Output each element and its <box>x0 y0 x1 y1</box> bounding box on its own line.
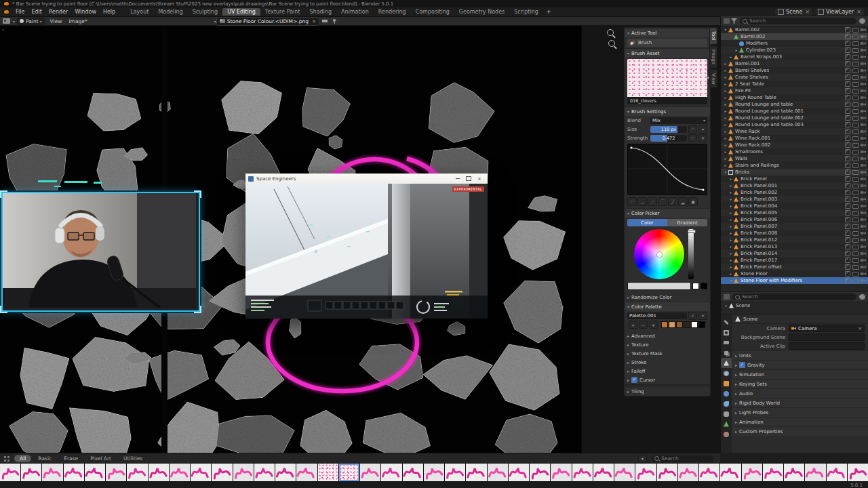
panel-active-tool[interactable]: ▾Active Tool <box>625 28 710 37</box>
hide-viewport-toggle[interactable] <box>852 231 859 236</box>
selectable-toggle[interactable] <box>845 68 850 73</box>
selectable-toggle[interactable] <box>845 163 850 168</box>
expand-icon[interactable]: ▸ <box>728 265 734 269</box>
expand-icon[interactable]: ▸ <box>723 96 728 100</box>
panel-texture-mask[interactable]: ▸Texture Mask <box>625 349 710 358</box>
hide-viewport-toggle[interactable] <box>852 150 859 155</box>
expand-icon[interactable]: ▸ <box>728 272 734 276</box>
workspace-tab-uv-editing[interactable]: UV Editing <box>222 8 260 16</box>
properties-tab-render[interactable] <box>721 327 732 338</box>
brush-asset-thumbnail[interactable] <box>627 59 707 97</box>
hide-viewport-toggle[interactable] <box>852 258 859 263</box>
hide-viewport-toggle[interactable] <box>852 129 859 134</box>
workspace-tab-sculpting[interactable]: Sculpting <box>188 8 222 16</box>
workspace-tab-layout[interactable]: Layout <box>125 8 153 16</box>
current-color-swatch[interactable] <box>627 282 691 290</box>
workspace-tab-geometry-nodes[interactable]: Geometry Nodes <box>454 8 509 16</box>
expand-icon[interactable]: ▸ <box>723 109 728 113</box>
hide-viewport-toggle[interactable] <box>852 109 859 114</box>
filter-icon[interactable] <box>731 18 737 24</box>
hide-render-toggle[interactable] <box>861 117 866 120</box>
falloff-curve-widget[interactable] <box>627 144 707 195</box>
workspace-tab-shading[interactable]: Shading <box>304 8 336 16</box>
strength-options-icon[interactable]: ▾ <box>698 134 707 142</box>
outliner-item-round-lounge-and-table-003[interactable]: ▸Round Lounge and table.003 <box>721 121 868 128</box>
active-brush-button[interactable]: Brush <box>627 39 707 47</box>
brush-asset-tile-5[interactable] <box>106 464 126 481</box>
palette-selector[interactable]: Palette.001 <box>627 312 687 319</box>
properties-tab-object[interactable] <box>721 378 732 388</box>
hide-render-toggle[interactable] <box>861 96 866 100</box>
view-layer-unlink-icon[interactable]: × <box>856 9 861 15</box>
hide-render-toggle[interactable] <box>861 42 866 45</box>
hide-viewport-toggle[interactable] <box>852 82 859 87</box>
expand-icon[interactable]: ▾ <box>723 170 728 174</box>
asset-shelf-icon[interactable] <box>4 456 10 462</box>
display-mode-icon[interactable] <box>724 18 730 24</box>
palette-remove-color-button[interactable]: − <box>639 321 648 329</box>
hide-viewport-toggle[interactable] <box>852 48 859 53</box>
expand-icon[interactable]: ▸ <box>723 129 728 134</box>
hide-render-toggle[interactable] <box>861 225 866 228</box>
menu-file[interactable]: File <box>12 9 28 15</box>
selectable-toggle[interactable] <box>845 149 850 155</box>
selectable-toggle[interactable] <box>845 203 850 209</box>
hide-viewport-toggle[interactable] <box>852 218 859 222</box>
brush-asset-tile-0[interactable] <box>0 464 20 481</box>
section-simulation[interactable]: ▸Simulation <box>732 369 868 379</box>
palette-fake-user-icon[interactable]: ✓ <box>688 312 697 320</box>
expand-icon[interactable]: ▸ <box>728 184 734 188</box>
outliner-options-icon[interactable] <box>859 18 865 24</box>
outliner-item-brick-panel-001[interactable]: ▸Brick Panel.001 <box>721 182 868 189</box>
expand-icon[interactable]: ▸ <box>723 150 728 154</box>
selectable-toggle[interactable] <box>845 258 850 263</box>
color-picker-tab-color[interactable]: Color <box>627 219 667 226</box>
brush-asset-tile-2[interactable] <box>42 464 62 481</box>
selectable-toggle[interactable] <box>845 115 850 121</box>
outliner-item-barrel-002[interactable]: ▾Barrel.002 <box>721 26 868 33</box>
expand-icon[interactable]: ▸ <box>728 55 734 59</box>
hide-render-toggle[interactable] <box>861 198 866 201</box>
hide-viewport-toggle[interactable] <box>852 204 859 209</box>
hide-render-toggle[interactable] <box>861 239 866 242</box>
view-layer-selector[interactable]: ViewLayer × <box>815 8 864 16</box>
selectable-toggle[interactable] <box>845 156 850 161</box>
space-engineers-window[interactable]: Space Engineers × <box>245 174 488 319</box>
curve-preset-2[interactable]: ⟋ <box>648 197 657 206</box>
brush-asset-tile-19[interactable] <box>403 464 423 481</box>
zoom-out-icon[interactable] <box>608 40 615 47</box>
outliner-item-brick-panel-003[interactable]: ▸Brick Panel.003 <box>721 196 868 203</box>
hide-render-toggle[interactable] <box>861 69 866 73</box>
menu-edit[interactable]: Edit <box>28 9 45 15</box>
brush-asset-tile-40[interactable] <box>848 464 868 481</box>
panel-tiling[interactable]: ▸Tiling <box>625 387 710 396</box>
brush-asset-tile-30[interactable] <box>635 464 656 481</box>
outliner-item-brick-panel-008[interactable]: ▸Brick Panel.008 <box>721 230 868 237</box>
minimize-button[interactable] <box>452 175 463 182</box>
selectable-toggle[interactable] <box>845 169 850 175</box>
brush-asset-tile-21[interactable] <box>445 464 465 481</box>
brush-asset-tile-16[interactable] <box>339 464 359 481</box>
selectable-toggle[interactable] <box>845 237 850 243</box>
section-rigid-body-world[interactable]: ▸Rigid Body World <box>732 398 868 407</box>
brush-asset-tile-28[interactable] <box>593 464 614 481</box>
palette-swatch-4[interactable] <box>691 321 698 328</box>
section-gravity[interactable]: ▸Gravity <box>732 360 868 369</box>
hide-viewport-toggle[interactable] <box>852 245 859 249</box>
expand-icon[interactable]: ▸ <box>723 157 728 161</box>
selectable-toggle[interactable] <box>845 183 850 188</box>
hide-viewport-toggle[interactable] <box>852 279 859 283</box>
color-picker-tab-gradient[interactable]: Gradient <box>667 219 707 226</box>
brush-asset-tile-26[interactable] <box>551 464 571 481</box>
properties-tab-constraints[interactable] <box>721 409 732 419</box>
zoom-in-icon[interactable] <box>607 29 614 36</box>
se-title-bar[interactable]: Space Engineers × <box>245 174 488 184</box>
outliner-item-brick-panel-006[interactable]: ▸Brick Panel.006 <box>721 216 868 223</box>
outliner-item-brick-panel-013[interactable]: ▸Brick Panel.013 <box>721 243 868 250</box>
outliner-item-brick-panel-012[interactable]: ▸Brick Panel.012 <box>721 237 868 243</box>
outliner-item-brick-panel-offset[interactable]: ▸Brick Panel offset <box>721 264 868 270</box>
field-active-clip-value[interactable] <box>789 342 865 350</box>
add-workspace-button[interactable]: + <box>543 9 555 15</box>
hide-render-toggle[interactable] <box>861 191 866 195</box>
hide-viewport-toggle[interactable] <box>852 177 859 182</box>
